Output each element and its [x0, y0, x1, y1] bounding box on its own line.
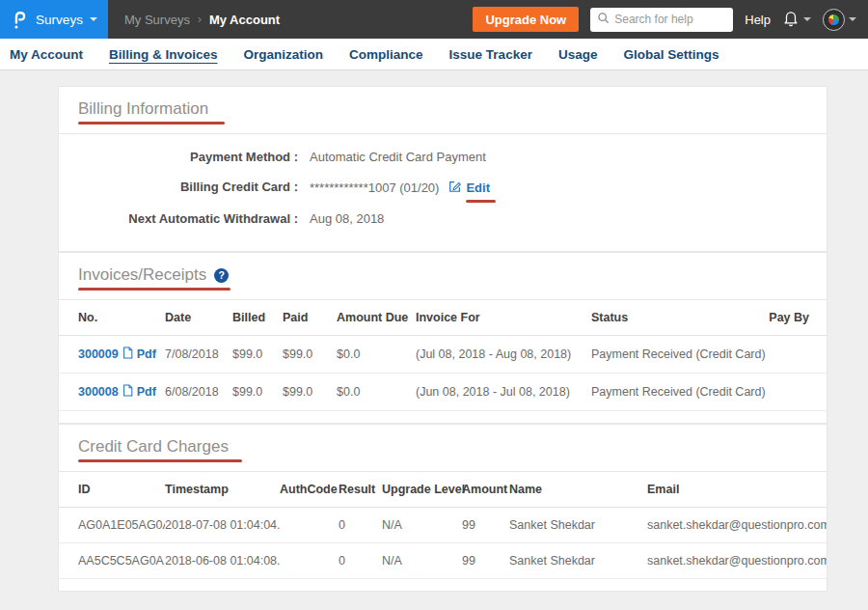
credit-card-charges-card: Credit Card Charges ID Timestamp AuthCod…: [58, 424, 827, 592]
pdf-link-label: Pdf: [137, 347, 156, 361]
help-link[interactable]: Help: [745, 13, 771, 27]
charge-email: sanket.shekdar@questionpro.com: [647, 508, 827, 543]
edit-icon[interactable]: [448, 180, 462, 196]
charge-authcode: [280, 508, 339, 543]
invoice-period: (Jul 08, 2018 - Aug 08, 2018): [416, 336, 591, 374]
tab-global-settings[interactable]: Global Settings: [623, 47, 719, 62]
col-email: Email: [647, 472, 827, 508]
help-search-box[interactable]: [590, 8, 733, 32]
charge-result: 0: [339, 508, 382, 543]
next-withdrawal-label: Next Automatic Withdrawal :: [78, 211, 298, 226]
invoice-pay-by: [767, 336, 827, 374]
col-invoice-for: Invoice For: [416, 300, 591, 336]
payment-method-row: Payment Method : Automatic Credit Card P…: [78, 142, 807, 172]
invoice-paid: $99.0: [283, 336, 337, 374]
breadcrumb-separator-icon: ›: [198, 13, 202, 26]
invoice-pay-by: [767, 374, 827, 411]
tab-compliance[interactable]: Compliance: [349, 47, 423, 62]
pdf-icon: [122, 384, 133, 400]
col-status: Status: [591, 300, 767, 336]
billing-credit-card-label: Billing Credit Card :: [78, 180, 298, 194]
tab-issue-tracker[interactable]: Issue Tracker: [449, 47, 532, 62]
invoice-status: Payment Received (Credit Card): [591, 336, 767, 374]
invoices-table: No. Date Billed Paid Amount Due Invoice …: [59, 300, 827, 411]
invoices-receipts-card: Invoices/Receipts ? No. Date Billed Paid…: [58, 252, 827, 424]
next-withdrawal-value: Aug 08, 2018: [310, 211, 384, 226]
invoice-date: 6/08/2018: [165, 374, 232, 411]
col-timestamp: Timestamp: [165, 472, 280, 508]
tab-usage[interactable]: Usage: [558, 47, 598, 62]
charge-row: AG0A1E05AG0A 2018-07-08 01:04:04.0 0 N/A…: [59, 508, 827, 543]
charge-id: AA5C5C5AG0A: [59, 543, 165, 579]
billing-credit-card-value: ************1007 (01/20): [310, 180, 439, 195]
invoice-number-link[interactable]: 300009Pdf: [78, 347, 156, 362]
red-underline-annotation: [466, 200, 496, 203]
invoice-date: 7/08/2018: [165, 336, 232, 374]
product-name: Surveys: [36, 13, 83, 27]
col-amount-due: Amount Due: [337, 300, 416, 336]
charge-amount: 99: [462, 543, 509, 579]
charge-timestamp: 2018-07-08 01:04:04.0: [165, 508, 280, 543]
gauge-icon: [828, 14, 839, 25]
help-badge-icon[interactable]: ?: [214, 268, 229, 283]
upgrade-now-button[interactable]: Upgrade Now: [473, 7, 579, 32]
invoice-status: Payment Received (Credit Card): [591, 374, 767, 411]
charge-result: 0: [339, 543, 382, 579]
topbar-actions: Upgrade Now Help: [473, 7, 868, 32]
payment-method-value: Automatic Credit Card Payment: [310, 150, 486, 164]
breadcrumb-current: My Account: [209, 13, 280, 27]
charges-header-row: ID Timestamp AuthCode Result Upgrade Lev…: [59, 472, 827, 508]
edit-billing-card-link[interactable]: Edit: [466, 180, 490, 195]
invoice-number-link[interactable]: 300008Pdf: [78, 384, 156, 400]
top-bar: Surveys My Surveys › My Account Upgrade …: [0, 0, 868, 39]
charge-id: AG0A1E05AG0A: [59, 508, 165, 543]
charge-upgrade-level: N/A: [382, 543, 462, 579]
charge-authcode: [280, 543, 339, 579]
invoice-row: 300009Pdf 7/08/2018 $99.0 $99.0 $0.0 (Ju…: [59, 336, 827, 374]
col-amount: Amount: [462, 472, 509, 508]
account-menu[interactable]: [823, 9, 856, 31]
col-result: Result: [339, 472, 382, 508]
content-area: Billing Information Payment Method : Aut…: [0, 70, 868, 592]
search-icon: [597, 11, 610, 28]
account-nav-tabs: My Account Billing & Invoices Organizati…: [0, 39, 868, 70]
tab-billing-invoices[interactable]: Billing & Invoices: [109, 47, 218, 62]
charge-row: AA5C5C5AG0A 2018-06-08 01:04:08.0 0 N/A …: [59, 543, 827, 579]
billing-information-title: Billing Information: [78, 99, 208, 119]
invoice-billed: $99.0: [232, 336, 283, 374]
col-billed: Billed: [232, 300, 283, 336]
charge-email: sanket.shekdar@questionpro.com: [647, 543, 827, 579]
notifications-button[interactable]: [782, 9, 811, 31]
red-underline-annotation: [78, 122, 225, 125]
col-id: ID: [59, 472, 165, 508]
billing-information-card: Billing Information Payment Method : Aut…: [58, 86, 827, 252]
col-pay-by: Pay By: [767, 300, 827, 336]
tab-my-account[interactable]: My Account: [10, 47, 83, 62]
invoices-header-row: No. Date Billed Paid Amount Due Invoice …: [59, 300, 827, 336]
tab-organization[interactable]: Organization: [244, 47, 324, 62]
invoice-paid: $99.0: [283, 374, 337, 411]
pdf-icon: [122, 347, 133, 362]
product-switcher[interactable]: Surveys: [0, 0, 108, 39]
charge-amount: 99: [462, 508, 509, 543]
col-authcode: AuthCode: [280, 472, 339, 508]
credit-card-charges-title: Credit Card Charges: [78, 437, 229, 457]
pdf-link-label: Pdf: [137, 385, 156, 399]
red-underline-annotation: [78, 288, 231, 291]
search-input[interactable]: [614, 13, 726, 26]
chevron-down-icon: [90, 17, 97, 21]
bell-icon: [782, 9, 800, 31]
charges-table: ID Timestamp AuthCode Result Upgrade Lev…: [59, 472, 827, 579]
next-withdrawal-row: Next Automatic Withdrawal : Aug 08, 2018: [78, 204, 807, 234]
breadcrumb-parent[interactable]: My Surveys: [124, 13, 190, 27]
col-paid: Paid: [283, 300, 337, 336]
red-underline-annotation: [78, 459, 242, 462]
charge-name: Sanket Shekdar: [509, 508, 647, 543]
charge-upgrade-level: N/A: [382, 508, 462, 543]
payment-method-label: Payment Method :: [78, 150, 298, 164]
breadcrumb: My Surveys › My Account: [124, 13, 280, 27]
invoice-billed: $99.0: [232, 374, 283, 411]
invoice-row: 300008Pdf 6/08/2018 $99.0 $99.0 $0.0 (Ju…: [59, 374, 827, 411]
invoice-amount-due: $0.0: [337, 374, 416, 411]
invoice-period: (Jun 08, 2018 - Jul 08, 2018): [416, 374, 591, 411]
